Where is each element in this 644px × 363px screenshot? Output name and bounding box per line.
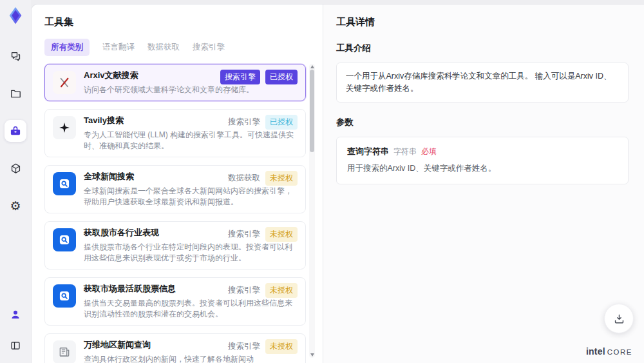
tool-list-panel: 工具集 所有类别语言翻译数据获取搜索引擎 Arxiv文献搜索搜索引擎已授权访问各… <box>32 5 323 363</box>
category-label: 数据获取 <box>228 173 260 184</box>
status-badge: 已授权 <box>265 70 298 84</box>
intro-heading: 工具介绍 <box>336 43 629 54</box>
tool-detail-panel: 工具详情 工具介绍 一个用于从Arxiv存储库搜索科学论文和文章的工具。 输入可… <box>323 5 644 363</box>
arxiv-icon <box>53 71 76 94</box>
scrollbar[interactable] <box>309 64 315 358</box>
category-label: 搜索引擎 <box>228 229 260 240</box>
blue-search-icon <box>53 284 76 308</box>
tool-name: 获取市场最活跃股票信息 <box>84 283 228 295</box>
status-badge: 未授权 <box>265 227 298 242</box>
blue-search-icon <box>53 228 76 251</box>
app-window: ⚙ 工具集 所有类别语言翻译数据获取搜索引擎 Arxiv文献搜索搜索引擎已授权访… <box>0 0 644 363</box>
toolbox-icon[interactable] <box>5 120 26 142</box>
status-badge: 未授权 <box>265 171 298 186</box>
cube-icon[interactable] <box>5 157 26 179</box>
params-heading: 参数 <box>336 117 629 128</box>
tool-description: 全球新闻搜索是一个聚合全球各大新闻网站内容的搜索引擎，帮助用户快速获取全球最新资… <box>84 186 298 208</box>
tool-card[interactable]: 全球新闻搜索数据获取未授权全球新闻搜索是一个聚合全球各大新闻网站内容的搜索引擎，… <box>44 165 306 213</box>
tool-name: 获取股市各行业表现 <box>84 227 228 239</box>
tool-name: Tavily搜索 <box>84 115 228 126</box>
param-card: 查询字符串字符串必填用于搜索的Arxiv ID、关键字或作者姓名。 <box>336 137 629 184</box>
detail-title: 工具详情 <box>336 16 629 28</box>
category-label: 搜索引擎 <box>228 117 260 128</box>
tool-name: 全球新闻搜索 <box>84 171 228 182</box>
main-content: 工具集 所有类别语言翻译数据获取搜索引擎 Arxiv文献搜索搜索引擎已授权访问各… <box>31 4 644 363</box>
chat-icon[interactable] <box>5 45 26 67</box>
tool-badges: 搜索引擎已授权 <box>220 70 298 84</box>
sidebar: ⚙ <box>0 0 31 363</box>
status-badge: 未授权 <box>265 283 298 298</box>
sidebar-nav: ⚙ <box>5 45 26 217</box>
brand-intel-text: intel <box>586 346 605 357</box>
tool-card[interactable]: Tavily搜索搜索引擎已授权专为人工智能代理 (LLM) 构建的搜索引擎工具。… <box>44 109 306 157</box>
tavily-icon <box>53 116 76 139</box>
category-tab[interactable]: 所有类别 <box>44 39 90 56</box>
category-tab[interactable]: 语言翻译 <box>102 39 135 56</box>
tool-badges: 搜索引擎已授权 <box>228 115 298 130</box>
tool-badges: 搜索引擎未授权 <box>228 339 298 354</box>
page-title: 工具集 <box>44 16 306 28</box>
status-badge: 未授权 <box>265 339 298 354</box>
tool-description: 访问各个研究领域大量科学论文和文章的存储库。 <box>84 84 298 95</box>
app-logo-icon <box>5 5 26 26</box>
category-label: 搜索引擎 <box>228 285 260 296</box>
brand-core-text: core <box>607 348 632 356</box>
tool-intro-text: 一个用于从Arxiv存储库搜索科学论文和文章的工具。 输入可以是Arxiv ID… <box>336 63 629 103</box>
panel-toggle-icon[interactable] <box>5 335 26 357</box>
param-name: 查询字符串 <box>347 146 389 157</box>
param-description: 用于搜索的Arxiv ID、关键字或作者姓名。 <box>347 163 618 174</box>
category-label: 搜索引擎 <box>228 341 260 352</box>
tool-card[interactable]: Arxiv文献搜索搜索引擎已授权访问各个研究领域大量科学论文和文章的存储库。 <box>44 64 306 101</box>
blue-search-icon <box>53 172 76 195</box>
scrollbar-thumb[interactable] <box>310 70 314 152</box>
settings-icon[interactable]: ⚙ <box>5 195 26 217</box>
param-type: 字符串 <box>393 146 417 157</box>
tool-list: Arxiv文献搜索搜索引擎已授权访问各个研究领域大量科学论文和文章的存储库。Ta… <box>44 64 306 363</box>
download-button[interactable] <box>604 304 634 333</box>
param-list: 查询字符串字符串必填用于搜索的Arxiv ID、关键字或作者姓名。 <box>336 137 629 184</box>
download-icon <box>613 313 625 325</box>
category-tab[interactable]: 数据获取 <box>147 39 180 56</box>
user-avatar-icon[interactable] <box>5 304 26 326</box>
category-badge: 搜索引擎 <box>220 70 260 84</box>
tool-description: 专为人工智能代理 (LLM) 构建的搜索引擎工具。可快速提供实时、准确和真实的结… <box>84 130 298 152</box>
tool-name: 万维地区新闻查询 <box>84 339 228 351</box>
tool-description: 提供股票市场各个行业在特定时间段内的表现。投资者可以利用这些信息来识别表现优于或… <box>84 242 298 264</box>
tool-description: 提供当天交易量最高的股票列表。投资者可以利用这些信息来识别流动性强的股票和潜在的… <box>84 298 298 320</box>
scroll-down-icon[interactable] <box>310 353 314 357</box>
tool-name: Arxiv文献搜索 <box>84 70 220 81</box>
category-tabs: 所有类别语言翻译数据获取搜索引擎 <box>44 39 306 56</box>
tool-badges: 数据获取未授权 <box>228 171 298 186</box>
tool-badges: 搜索引擎未授权 <box>228 283 298 298</box>
category-tab[interactable]: 搜索引擎 <box>193 39 225 56</box>
status-badge: 已授权 <box>265 115 298 130</box>
tool-card[interactable]: 获取股市各行业表现搜索引擎未授权提供股票市场各个行业在特定时间段内的表现。投资者… <box>44 221 306 270</box>
sidebar-bottom <box>5 304 26 357</box>
tool-description: 查询具体行政区划内的新闻，快速了解各地新闻动 <box>84 354 298 363</box>
newspaper-icon <box>53 340 76 363</box>
tool-badges: 搜索引擎未授权 <box>228 227 298 242</box>
tool-card[interactable]: 获取市场最活跃股票信息搜索引擎未授权提供当天交易量最高的股票列表。投资者可以利用… <box>44 277 306 326</box>
param-required-label: 必填 <box>421 146 437 157</box>
scroll-up-icon[interactable] <box>310 65 314 68</box>
folder-icon[interactable] <box>5 83 26 104</box>
tool-card[interactable]: 万维地区新闻查询搜索引擎未授权查询具体行政区划内的新闻，快速了解各地新闻动 <box>44 333 306 363</box>
intel-core-logo: intel core <box>586 346 632 357</box>
